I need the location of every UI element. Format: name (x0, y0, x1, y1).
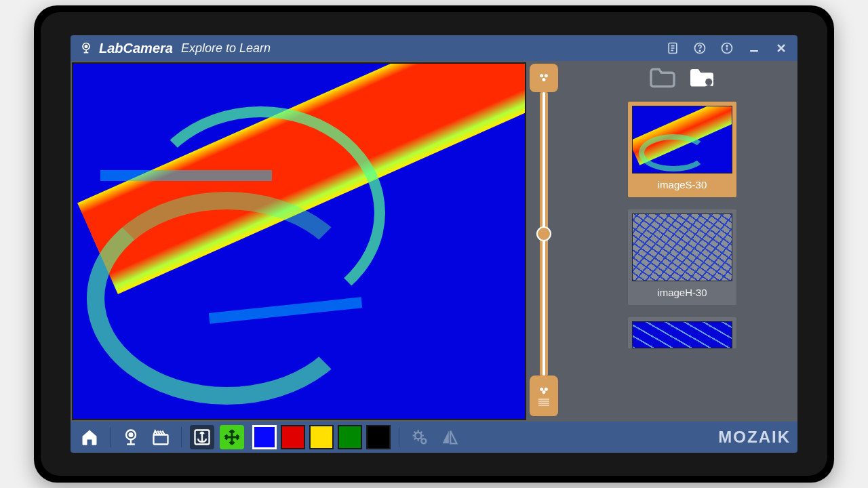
minimize-icon[interactable] (746, 40, 762, 56)
move-tool-icon[interactable] (220, 425, 244, 449)
color-swatch[interactable] (366, 425, 391, 449)
svg-point-7 (540, 74, 543, 77)
thumbnail-image (632, 321, 732, 348)
svg-point-18 (415, 432, 421, 439)
thumbnail-label: imageH-30 (632, 287, 732, 298)
mirror-tool-icon[interactable] (437, 425, 462, 449)
svg-point-8 (545, 74, 548, 77)
slider-track[interactable] (540, 92, 548, 375)
app-screen: LabCamera Explore to Learn (71, 35, 797, 453)
slider-top-cap-icon[interactable] (530, 64, 558, 92)
tablet-bezel: LabCamera Explore to Learn (41, 12, 827, 476)
tablet-frame: LabCamera Explore to Learn (34, 5, 834, 483)
thumbnail-item[interactable]: imageS-30 (628, 102, 736, 197)
thumbnail-image (632, 214, 732, 281)
camera-tool-icon[interactable] (119, 425, 143, 449)
settings-gear-icon[interactable] (408, 425, 432, 449)
titlebar: LabCamera Explore to Learn (71, 35, 797, 61)
help-icon[interactable] (692, 40, 708, 56)
close-icon[interactable] (773, 40, 789, 56)
home-button[interactable] (77, 425, 102, 449)
vertical-slider[interactable] (528, 61, 560, 422)
app-tagline: Explore to Learn (181, 41, 271, 56)
labcamera-app: LabCamera Explore to Learn (71, 35, 797, 453)
thumbnail-label: imageS-30 (632, 179, 732, 190)
open-folder-icon[interactable] (648, 65, 677, 89)
footer-brand: MOZAIK (718, 428, 791, 447)
color-swatch[interactable] (252, 425, 277, 449)
svg-point-9 (542, 78, 546, 81)
thumbnail-list[interactable]: imageS-30 imageH-30 (580, 102, 784, 415)
svg-point-10 (540, 388, 543, 391)
svg-point-13 (705, 79, 712, 85)
svg-point-1 (85, 45, 87, 47)
slider-bottom-cap-icon[interactable] (530, 375, 558, 416)
svg-point-4 (699, 50, 701, 52)
svg-point-12 (542, 390, 546, 394)
user-folder-icon[interactable] (687, 65, 717, 89)
slider-thumb[interactable] (536, 226, 551, 241)
gallery-panel: imageS-30 imageH-30 (560, 61, 797, 422)
thumbnail-item[interactable] (628, 317, 736, 348)
app-title: LabCamera (99, 41, 173, 56)
webcam-icon (79, 41, 94, 56)
notes-icon[interactable] (665, 40, 681, 56)
movie-tool-icon[interactable] (149, 425, 173, 449)
svg-point-11 (545, 388, 548, 391)
color-swatch[interactable] (338, 425, 362, 449)
anchor-tool-icon[interactable] (190, 425, 214, 449)
thumbnail-item[interactable]: imageH-30 (628, 209, 736, 305)
info-icon[interactable] (719, 40, 735, 56)
content-area: imageS-30 imageH-30 (71, 61, 797, 422)
main-viewport[interactable] (72, 62, 526, 420)
svg-point-6 (726, 45, 728, 47)
color-swatch[interactable] (281, 425, 305, 449)
bottom-toolbar: MOZAIK (71, 422, 797, 453)
thumbnail-image (632, 106, 732, 174)
svg-point-15 (130, 433, 133, 436)
color-swatch[interactable] (309, 425, 334, 449)
svg-point-19 (421, 439, 426, 443)
svg-rect-16 (154, 435, 168, 445)
